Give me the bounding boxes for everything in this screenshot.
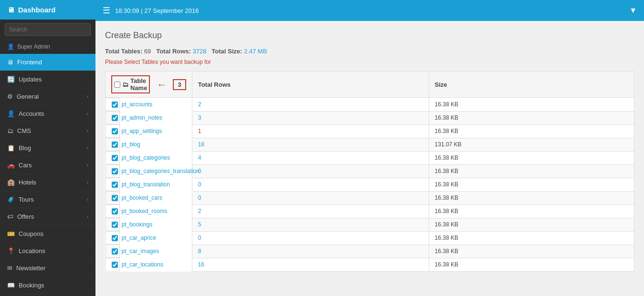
backup-table: 🗂 Table Name ← 3 Total Rows Size pt_acco… [105,71,634,272]
sidebar-item-offers[interactable]: 🏷 Offers › [0,208,95,225]
table-row: pt_booked_rooms216.38 KB [106,204,634,218]
cms-icon: 🗂 [7,127,13,134]
row-checkbox[interactable] [112,222,118,228]
offers-icon: 🏷 [7,213,13,220]
sidebar-item-frontend[interactable]: 🖥 Frontend [0,54,95,71]
sidebar-item-cars[interactable]: 🚗 Cars › [0,157,95,174]
table-name-link[interactable]: pt_booked_rooms [122,208,168,214]
table-name-link[interactable]: pt_admin_notes [122,114,162,121]
sidebar-item-hotels[interactable]: 🏨 Hotels › [0,174,95,191]
table-name-link[interactable]: pt_blog [122,141,140,148]
select-all-checkbox-wrapper[interactable]: 🗂 Table Name [111,75,150,93]
menu-icon[interactable]: ☰ [103,5,110,16]
table-row: pt_bookings516.38 KB [106,218,634,231]
sidebar-item-locations[interactable]: 📍 Locations [0,243,95,260]
checkbox-cell[interactable]: pt_app_settings [106,124,120,138]
sidebar-item-label: Coupons [19,230,43,237]
annotation-arrow: ← [157,79,166,90]
sidebar-item-coupons[interactable]: 🎫 Coupons [0,225,95,243]
total-rows-cell: 8 [192,245,429,258]
table-row: pt_car_locations1616.38 KB [106,258,634,271]
table-body: pt_accounts216.38 KBpt_admin_notes316.38… [106,98,634,272]
sidebar-item-cms[interactable]: 🗂 CMS › [0,122,95,140]
table-name-link[interactable]: pt_booked_cars [122,194,162,201]
row-checkbox[interactable] [112,262,118,268]
general-icon: ⚙ [7,93,13,100]
row-checkbox[interactable] [112,182,118,188]
search-input[interactable] [5,23,91,36]
row-checkbox[interactable] [112,115,118,121]
checkbox-cell[interactable]: pt_accounts [106,98,120,111]
table-name-link[interactable]: pt_blog_categories [122,154,170,161]
table-row: pt_admin_notes316.38 KB [106,111,634,124]
table-name-link[interactable]: pt_car_images [122,248,159,255]
total-rows-cell: 2 [192,204,429,218]
row-checkbox[interactable] [112,248,118,255]
table-name-cell: pt_car_aprice [122,235,157,241]
checkbox-cell[interactable]: pt_blog_translation [106,178,120,191]
frontend-icon: 🖥 [7,59,13,66]
row-checkbox[interactable] [112,155,118,161]
sidebar-item-label: Bookings [19,282,44,289]
row-checkbox[interactable] [112,235,118,241]
sidebar: 🖥 Dashboard 👤 Super Admin 🖥 Frontend 🔄 U… [0,0,95,296]
checkbox-cell[interactable]: pt_car_images [106,245,120,258]
row-checkbox[interactable] [112,195,118,201]
total-size-label: Total Size: [211,48,242,55]
sidebar-item-accounts[interactable]: 👤 Accounts › [0,105,95,122]
main-wrapper: ☰ 18:30:09 | 27 September 2016 ▼ Create … [95,0,644,296]
checkbox-cell[interactable]: pt_booked_rooms [106,204,120,218]
sidebar-item-label: General [17,93,39,100]
sidebar-item-label: Offers [17,213,34,220]
table-name-link[interactable]: pt_app_settings [122,128,162,134]
chevron-right-icon: › [87,197,88,202]
sidebar-item-label: Locations [19,247,45,255]
stats-bar: Total Tables: 69 Total Rows: 3728 Total … [105,48,634,55]
checkbox-cell[interactable]: pt_blog_categories [106,151,120,164]
chevron-right-icon: › [87,214,88,219]
total-tables-label: Total Tables: [105,48,142,55]
size-cell: 16.38 KB [429,258,634,271]
table-name-link[interactable]: pt_car_locations [122,261,163,268]
topbar-dropdown-icon[interactable]: ▼ [629,6,637,15]
info-text: Please Select Tables you want backup for [105,59,634,65]
table-name-link[interactable]: pt_blog_translation [122,181,170,188]
user-icon: 👤 [7,43,14,50]
checkbox-cell[interactable]: pt_car_locations [106,258,120,271]
sidebar-item-updates[interactable]: 🔄 Updates [0,71,95,88]
checkbox-cell[interactable]: pt_blog_categories_translation [106,164,120,178]
row-checkbox[interactable] [112,102,118,108]
table-name-link[interactable]: pt_bookings [122,221,153,228]
checkbox-cell[interactable]: pt_booked_cars [106,191,120,204]
checkbox-cell[interactable]: pt_blog [106,138,120,151]
sidebar-item-blog[interactable]: 📋 Blog › [0,140,95,157]
table-name-cell: pt_accounts [122,101,153,108]
updates-icon: 🔄 [7,76,15,83]
table-row: pt_blog18131.07 KB [106,138,634,151]
total-rows-cell: 4 [192,151,429,164]
checkbox-cell[interactable]: pt_admin_notes [106,111,120,124]
table-name-cell: pt_app_settings [122,128,162,134]
size-cell: 16.38 KB [429,245,634,258]
table-name-link[interactable]: pt_blog_categories_translation [122,168,200,174]
locations-icon: 📍 [7,247,15,255]
table-name-link[interactable]: pt_car_aprice [122,235,157,241]
chevron-right-icon: › [87,128,88,133]
sidebar-item-newsletter[interactable]: ✉ Newsletter [0,260,95,277]
row-checkbox[interactable] [112,168,118,174]
chevron-right-icon: › [87,94,88,99]
table-name-link[interactable]: pt_accounts [122,101,153,108]
sidebar-item-tours[interactable]: 🧳 Tours › [0,191,95,208]
sidebar-item-general[interactable]: ⚙ General › [0,88,95,105]
row-checkbox[interactable] [112,142,118,148]
content-area: Create Backup Total Tables: 69 Total Row… [95,21,644,296]
total-rows-cell: 3 [192,111,429,124]
row-checkbox[interactable] [112,208,118,214]
table-name-cell: pt_car_images [122,248,159,255]
size-cell: 16.38 KB [429,218,634,231]
sidebar-item-bookings[interactable]: 📖 Bookings [0,277,95,294]
checkbox-cell[interactable]: pt_bookings [106,218,120,231]
row-checkbox[interactable] [112,128,118,134]
select-all-checkbox[interactable] [114,82,120,88]
checkbox-cell[interactable]: pt_car_aprice [106,231,120,245]
